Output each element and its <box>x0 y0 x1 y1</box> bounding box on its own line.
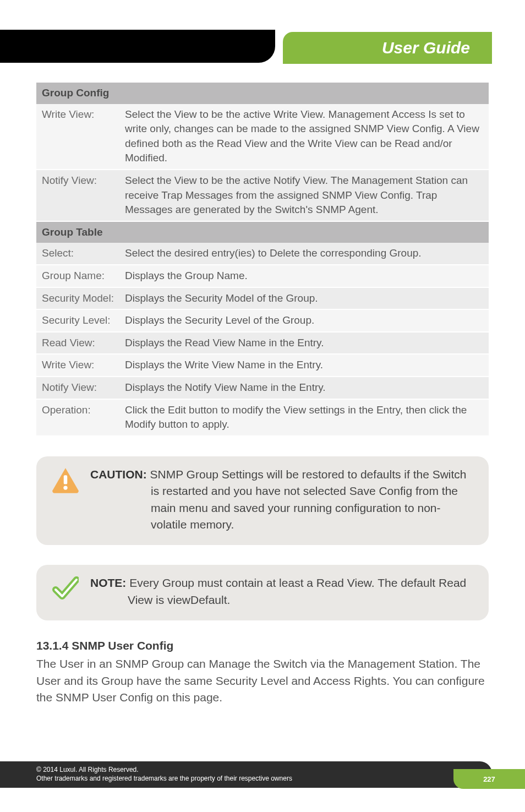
group-config-header: Group Config <box>36 83 489 104</box>
row-desc: Select the View to be the active Notify … <box>119 170 489 221</box>
row-desc: Displays the Group Name. <box>119 265 489 287</box>
header-title: User Guide <box>382 39 470 57</box>
page-header: User Guide <box>0 0 525 77</box>
table-row: Notify View: Select the View to be the a… <box>36 170 489 221</box>
footer-line1: © 2014 Luxul. All Rights Reserved. <box>36 766 292 775</box>
svg-rect-0 <box>64 475 68 484</box>
table-row: Group Name: Displays the Group Name. <box>36 265 489 287</box>
table-row: Security Model: Displays the Security Mo… <box>36 287 489 310</box>
table-section-header: Group Table <box>36 221 489 243</box>
warning-icon <box>51 466 80 494</box>
row-desc: Displays the Security Model of the Group… <box>119 287 489 310</box>
table-row: Notify View: Displays the Notify View Na… <box>36 377 489 399</box>
note-callout: NOTE: Every Group must contain at least … <box>36 565 489 620</box>
section-body: The User in an SNMP Group can Manage the… <box>36 656 489 706</box>
table-row: Write View: Displays the Write View Name… <box>36 354 489 377</box>
group-table-header: Group Table <box>36 221 489 243</box>
note-text: Every Group must contain at least a Read… <box>126 576 466 606</box>
section-heading: 13.1.4 SNMP User Config <box>36 639 489 652</box>
row-desc: Click the Edit button to modify the View… <box>119 399 489 436</box>
row-label: Operation: <box>36 399 119 436</box>
header-green-tab: User Guide <box>283 32 492 64</box>
definitions-table: Group Config Write View: Select the View… <box>36 83 489 437</box>
header-black-bar <box>0 30 275 63</box>
table-row: Operation: Click the Edit button to modi… <box>36 399 489 436</box>
row-desc: Displays the Security Level of the Group… <box>119 309 489 332</box>
svg-point-1 <box>63 486 67 489</box>
row-label: Select: <box>36 243 119 265</box>
page-footer: © 2014 Luxul. All Rights Reserved. Other… <box>0 761 492 788</box>
row-desc: Displays the Read View Name in the Entry… <box>119 332 489 355</box>
row-label: Group Name: <box>36 265 119 287</box>
row-label: Notify View: <box>36 377 119 399</box>
caution-label: CAUTION: <box>90 468 147 481</box>
row-desc: Select the desired entry(ies) to Delete … <box>119 243 489 265</box>
row-desc: Select the View to be the active Write V… <box>119 104 489 170</box>
page-number: 227 <box>483 775 495 783</box>
table-row: Read View: Displays the Read View Name i… <box>36 332 489 355</box>
row-desc: Displays the Write View Name in the Entr… <box>119 354 489 377</box>
footer-text: © 2014 Luxul. All Rights Reserved. Other… <box>36 766 292 783</box>
row-label: Write View: <box>36 104 119 170</box>
note-label: NOTE: <box>90 576 126 589</box>
row-label: Notify View: <box>36 170 119 221</box>
table-section-header: Group Config <box>36 83 489 104</box>
table-row: Write View: Select the View to be the ac… <box>36 104 489 170</box>
caution-callout: CAUTION: SNMP Group Settings will be res… <box>36 456 489 546</box>
row-label: Write View: <box>36 354 119 377</box>
row-label: Security Model: <box>36 287 119 310</box>
caution-text: SNMP Group Settings will be restored to … <box>147 468 467 531</box>
row-label: Read View: <box>36 332 119 355</box>
check-icon <box>51 575 80 602</box>
note-body: NOTE: Every Group must contain at least … <box>90 575 474 608</box>
page-content: Group Config Write View: Select the View… <box>0 77 525 706</box>
page-number-badge: 227 <box>453 769 525 789</box>
table-row: Select: Select the desired entry(ies) to… <box>36 243 489 265</box>
table-row: Security Level: Displays the Security Le… <box>36 309 489 332</box>
row-desc: Displays the Notify View Name in the Ent… <box>119 377 489 399</box>
row-label: Security Level: <box>36 309 119 332</box>
caution-body: CAUTION: SNMP Group Settings will be res… <box>90 466 474 533</box>
footer-line2: Other trademarks and registered trademar… <box>36 775 292 783</box>
